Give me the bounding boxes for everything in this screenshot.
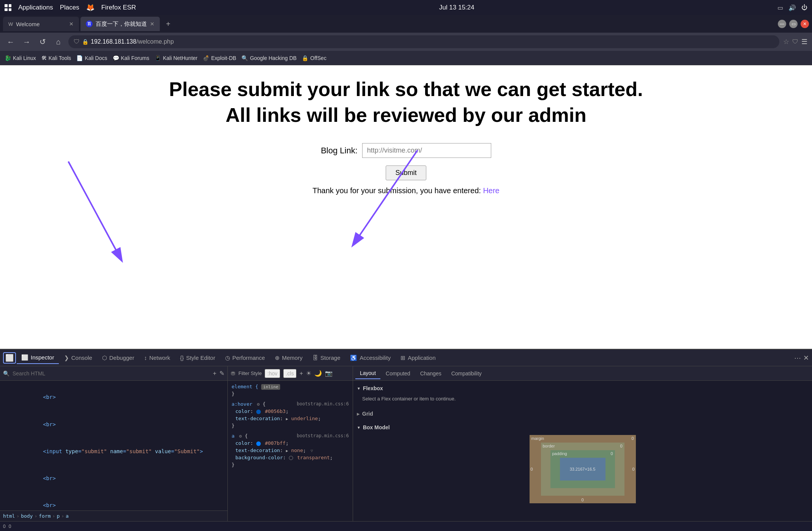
application-icon: ⊞ — [400, 355, 405, 361]
bookmark-kali-forums[interactable]: 💬 Kali Forums — [113, 55, 150, 61]
devtools-tab-console[interactable]: ❯ Console — [60, 352, 97, 364]
css-prop-text-decoration-hover: text-decoration: ▶ underline; — [230, 415, 350, 422]
layout-tab-computed[interactable]: Computed — [381, 368, 415, 379]
layout-tab-layout[interactable]: Layout — [355, 368, 380, 379]
css-prop-text-decoration-a: text-decoration: ▶ none; ▽ — [230, 447, 350, 454]
os-browser-label[interactable]: Firefox ESR — [101, 4, 136, 11]
submission-link[interactable]: Here — [483, 186, 499, 195]
address-bar[interactable]: 🛡 🔒 192.168.181.138/welcome.php — [68, 35, 779, 48]
window-maximize[interactable]: ▭ — [789, 20, 798, 28]
hov-button[interactable]: :hov — [265, 369, 280, 378]
forward-button[interactable]: → — [20, 36, 33, 48]
flexbox-arrow: ▼ — [357, 386, 361, 391]
devtools-more-button[interactable]: ⋯ — [794, 354, 801, 362]
breadcrumb-html[interactable]: html — [3, 513, 15, 519]
bookmark-kali-tools[interactable]: 🛠 Kali Tools — [41, 55, 71, 61]
apps-grid-icon[interactable] — [5, 4, 11, 11]
bookmark-kali-nethunter[interactable]: 📱 Kali NetHunter — [155, 55, 197, 61]
breadcrumb-body[interactable]: body — [21, 513, 33, 519]
power-icon[interactable]: ⏻ — [801, 4, 807, 11]
html-line-br2: <br> — [2, 411, 226, 438]
box-model-arrow: ▼ — [357, 425, 361, 430]
layout-tab-compatibility[interactable]: Compatibility — [447, 368, 486, 379]
window-close[interactable]: ✕ — [801, 20, 809, 28]
html-toolbar: 🔍 + ✎ — [0, 366, 227, 381]
bookmark-offsec[interactable]: 🔒 OffSec — [302, 55, 326, 61]
html-search-input[interactable] — [13, 370, 210, 377]
style-editor-label: Style Editor — [186, 355, 215, 361]
window-minimize[interactable]: — — [778, 20, 786, 28]
devtools-tab-debugger[interactable]: ⬡ Debugger — [98, 352, 139, 364]
os-places-label[interactable]: Places — [60, 4, 79, 11]
margin-val-r: 0 — [632, 467, 634, 471]
screenshot-button[interactable]: 📷 — [325, 370, 333, 377]
devtools-tab-inspector[interactable]: ⬜ Inspector — [17, 352, 59, 364]
blog-link-input[interactable] — [362, 143, 491, 158]
debugger-icon: ⬡ — [102, 355, 107, 361]
console-icon: ❯ — [64, 355, 69, 361]
bookmark-kali-docs[interactable]: 📄 Kali Docs — [76, 55, 107, 61]
back-button[interactable]: ← — [5, 36, 17, 48]
os-applications-label[interactable]: Applications — [18, 4, 53, 11]
tab-baidu[interactable]: 百 百度一下，你就知道 ✕ — [80, 17, 160, 31]
tab-welcome-favicon: W — [8, 21, 13, 27]
nav-bar: ← → ↺ ⌂ 🛡 🔒 192.168.181.138/welcome.php … — [0, 33, 812, 51]
devtools-tab-memory[interactable]: ⊕ Memory — [270, 352, 307, 364]
bookmark-kali-linux[interactable]: 🐉 Kali Linux — [5, 55, 36, 61]
light-mode-button[interactable]: ☀ — [306, 370, 311, 377]
bookmark-ghdb[interactable]: 🔍 Google Hacking DB — [241, 55, 296, 61]
dark-mode-button[interactable]: 🌙 — [314, 370, 322, 377]
breadcrumb-form[interactable]: form — [39, 513, 50, 519]
volume-icon[interactable]: 🔊 — [788, 4, 796, 11]
devtools-tab-application[interactable]: ⊞ Application — [396, 352, 440, 364]
submit-button[interactable]: Submit — [386, 165, 426, 180]
border-label: border — [543, 444, 555, 448]
pick-node-button[interactable]: ✎ — [219, 370, 224, 377]
window-icon[interactable]: ▭ — [777, 4, 783, 11]
html-line-input[interactable]: <input type="submit" name="submit" value… — [2, 438, 226, 465]
devtools-pick-button[interactable]: ⬜ — [3, 352, 16, 364]
tab-welcome[interactable]: W Welcome ✕ — [3, 17, 79, 31]
star-icon[interactable]: ☆ — [783, 38, 789, 46]
menu-icon[interactable]: ☰ — [801, 38, 807, 46]
breadcrumb-a[interactable]: a — [66, 513, 69, 519]
tab-add-button[interactable]: + — [163, 19, 173, 29]
devtools-tab-network[interactable]: ↕ Network — [140, 352, 175, 363]
color-dot-0056b3[interactable] — [256, 410, 261, 414]
devtools-tab-accessibility[interactable]: ♿ Accessibility — [345, 352, 395, 364]
bookmark-exploit-db[interactable]: 💣 Exploit-DB — [203, 55, 236, 61]
devtools: ⬜ ⬜ Inspector ❯ Console ⬡ Debugger ↕ Net… — [0, 349, 812, 531]
flexbox-header[interactable]: ▼ Flexbox — [356, 384, 809, 393]
color-dot-007bff[interactable] — [256, 441, 261, 446]
breadcrumb-p[interactable]: p — [57, 513, 60, 519]
nav-right: ☆ 🛡 ☰ — [783, 38, 807, 46]
cls-button[interactable]: .cls — [283, 369, 296, 378]
inspector-icon: ⬜ — [21, 354, 28, 361]
css-selector-element: element { inline — [230, 383, 350, 390]
home-button[interactable]: ⌂ — [52, 36, 65, 48]
flexbox-body: Select a Flex container or item to conti… — [356, 393, 809, 405]
grid-header[interactable]: ▶ Grid — [356, 409, 809, 418]
box-model-header[interactable]: ▼ Box Model — [356, 423, 809, 432]
svg-line-0 — [68, 162, 121, 260]
window-controls: — ▭ ✕ — [778, 20, 809, 28]
layout-tab-changes[interactable]: Changes — [416, 368, 446, 379]
shield-icon2[interactable]: 🛡 — [792, 38, 798, 45]
tab-baidu-favicon: 百 — [86, 20, 93, 27]
devtools-tab-performance[interactable]: ◷ Performance — [221, 352, 270, 364]
tab-baidu-label: 百度一下，你就知道 — [96, 20, 147, 28]
add-node-button[interactable]: + — [213, 370, 216, 377]
devtools-tab-style-editor[interactable]: {} Style Editor — [175, 352, 220, 363]
lock-icon: 🔒 — [82, 39, 88, 45]
tab-welcome-close[interactable]: ✕ — [69, 21, 74, 27]
devtools-close-button[interactable]: ✕ — [803, 354, 809, 362]
exploit-db-icon: 💣 — [203, 55, 209, 61]
devtools-tab-storage[interactable]: 🗄 Storage — [308, 352, 345, 363]
tab-baidu-close[interactable]: ✕ — [150, 21, 155, 27]
add-rule-button[interactable]: + — [300, 370, 303, 377]
kali-docs-icon: 📄 — [76, 55, 83, 61]
reload-button[interactable]: ↺ — [36, 36, 49, 48]
devtools-tabs: ⬜ ⬜ Inspector ❯ Console ⬡ Debugger ↕ Net… — [0, 350, 812, 366]
offsec-label: OffSec — [310, 55, 326, 61]
network-icon: ↕ — [144, 355, 147, 361]
